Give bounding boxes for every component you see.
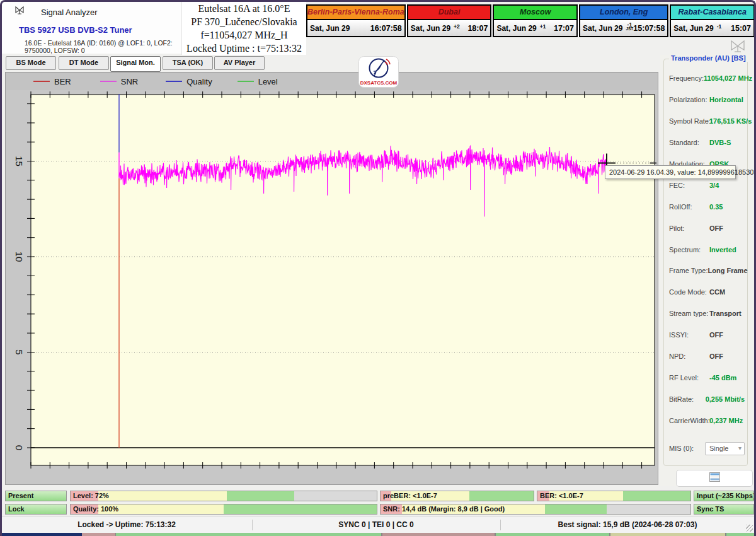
clock-moscow: Moscow Sat, Jun 29 +1 17:07	[493, 4, 578, 37]
clock-date: Sat, Jun 29	[310, 24, 350, 33]
record-stack-icon	[709, 472, 720, 484]
clock-dubai: Dubai Sat, Jun 29 +2 18:07	[407, 4, 492, 37]
clock-utc-offset: +1	[540, 24, 546, 29]
tab-bs-mode[interactable]: BS Mode	[6, 56, 56, 70]
tab-dt-mode[interactable]: DT Mode	[59, 56, 109, 70]
ber-line-swatch	[33, 81, 50, 82]
level-meter: Level: 72%	[70, 491, 377, 501]
row-stream-type: Stream type:Transport	[669, 310, 745, 317]
clock-date: Sat, Jun 29	[496, 24, 536, 33]
transponder-panel-title: Transponder (AU) [BS]	[669, 54, 748, 62]
window-title: Signal Analyzer	[41, 8, 98, 17]
background-window-strip-segment	[116, 533, 381, 536]
svg-text:5: 5	[14, 349, 25, 354]
clock-time: 16:07:58	[370, 24, 402, 33]
preber-meter: preBER: <1.0E-7	[380, 491, 534, 501]
clock-london: London, Eng Sat, Jun 29 -1JST 15:07:58	[579, 4, 668, 37]
background-window-strip	[2, 533, 754, 536]
legend-ber: BER	[33, 77, 71, 86]
clock-city-label: Berlin-Paris-Vienna-Roma	[307, 6, 404, 19]
satellite-dish-icon	[14, 6, 25, 18]
svg-text:15: 15	[14, 156, 25, 166]
status-best-signal: Best signal: 15,9 dB (2024-06-28 07:03)	[558, 520, 697, 529]
chevron-down-icon: ▾	[738, 443, 742, 454]
dxsatcs-logo: DXSATCS.COM	[358, 56, 399, 90]
level-line-swatch	[238, 81, 254, 82]
clock-city-label: Rabat-Casablanca	[671, 6, 753, 19]
legend-snr: SNR	[100, 77, 138, 86]
mode-tabbar: BS Mode DT Mode Signal Mon. TSA (OK) AV …	[2, 55, 658, 72]
clock-date: Sat, Jun 29	[583, 24, 622, 33]
row-spectrum: Spectrum:Inverted	[669, 246, 745, 253]
row-frequency: Frequency:11054,027 MHz	[669, 74, 745, 82]
background-window-strip-segment	[82, 533, 115, 536]
row-frame-type: Frame Type:Long Frame	[669, 267, 745, 274]
tab-av-player[interactable]: AV Player	[214, 56, 265, 70]
row-pilot: Pilot:OFF	[669, 224, 745, 232]
row-rf-level: RF Level:-45 dBm	[669, 374, 745, 382]
tab-signal-mon[interactable]: Signal Mon.	[110, 56, 161, 72]
chart-value-tooltip: 2024-06-29 16.04.39, value: 14,899999618…	[605, 165, 736, 179]
background-window-strip-segment	[726, 533, 754, 536]
ber-meter: BER: <1.0E-7	[537, 491, 691, 501]
signal-chart-panel: BER SNR Quality Level 051015	[5, 72, 658, 485]
clock-city-label: Moscow	[494, 6, 576, 19]
title-bar: Signal Analyzer TBS 5927 USB DVB-S2 Tune…	[2, 2, 181, 54]
row-issyi: ISSYI:OFF	[669, 331, 745, 339]
legend-level: Level	[238, 77, 278, 86]
background-window-strip-segment	[610, 533, 725, 536]
clock-utc-offset: +2	[454, 24, 460, 29]
background-window-strip-segment	[382, 533, 495, 536]
input-indicator: Input (~235 Kbps)	[694, 491, 754, 501]
clock-time: 15:07	[731, 24, 751, 33]
row-mis: MIS (0): Single ▾	[669, 442, 745, 455]
status-uptime: Locked -> Uptime: 75:13:32	[77, 520, 176, 529]
transponder-list-button[interactable]	[676, 470, 753, 487]
clock-rabat: Rabat-Casablanca Sat, Jun 29 -1 15:07	[670, 4, 755, 37]
tab-tsa[interactable]: TSA (OK)	[163, 56, 213, 70]
satellite-dish-watermark-icon	[726, 38, 749, 56]
quality-line-swatch	[166, 81, 182, 82]
clock-time: 15:07:58	[633, 24, 665, 33]
clock-date: Sat, Jun 29	[411, 24, 450, 33]
signal-chart[interactable]: 051015	[6, 90, 658, 484]
row-polarization: Polarization:Horizontal	[669, 96, 745, 103]
legend-quality: Quality	[166, 77, 212, 86]
row-npd: NPD:OFF	[669, 352, 745, 360]
clock-utc-offset: -1	[717, 24, 722, 29]
status-divider	[252, 520, 253, 530]
background-window-strip-segment	[496, 533, 609, 536]
satellite-info-block: Eutelsat 16A at 16.0°E PF 370_Lučenec/Sl…	[181, 2, 306, 55]
sync-ts-indicator: Sync TS	[694, 504, 754, 515]
snr-meter: SNR: 14,4 dB (Margin: 8,9 dB | Good)	[380, 504, 691, 515]
row-carrier-width: CarrierWidth:0,237 MHz	[669, 417, 745, 424]
svg-text:DXSATCS.COM: DXSATCS.COM	[360, 80, 398, 86]
chart-legend: BER SNR Quality Level	[6, 73, 658, 90]
signal-analyzer-window: Signal Analyzer TBS 5927 USB DVB-S2 Tune…	[0, 0, 756, 536]
background-window-strip-segment	[2, 533, 82, 536]
row-code-mode: Code Mode:CCM	[669, 288, 745, 296]
mis-dropdown[interactable]: Single ▾	[705, 442, 745, 455]
satellite-name: Eutelsat 16A at 16.0°E	[182, 2, 306, 15]
status-divider	[500, 520, 501, 530]
present-indicator: Present	[5, 491, 67, 501]
resize-grip[interactable]	[746, 525, 753, 532]
snr-line-swatch	[100, 81, 117, 82]
clock-berlin: Berlin-Paris-Vienna-Roma Sat, Jun 29 16:…	[306, 4, 406, 37]
svg-text:0: 0	[14, 445, 25, 450]
clock-date: Sat, Jun 29	[673, 24, 713, 33]
status-sync-counters: SYNC 0 | TEI 0 | CC 0	[338, 520, 413, 529]
antenna-location: PF 370_Lučenec/Slovakia	[182, 15, 306, 28]
svg-text:10: 10	[14, 252, 25, 262]
clock-time: 17:07	[554, 24, 574, 33]
tuner-name: TBS 5927 USB DVB-S2 Tuner	[19, 25, 132, 35]
row-symbol-rate: Symbol Rate:176,515 KS/s	[669, 117, 745, 125]
locked-uptime-line: Locked Uptime : t=75:13:32	[182, 42, 306, 55]
status-bar: Locked -> Uptime: 75:13:32 SYNC 0 | TEI …	[2, 516, 754, 533]
clock-time: 18:07	[467, 24, 488, 33]
transponder-panel: Transponder (AU) [BS] Frequency:11054,02…	[660, 55, 754, 486]
lock-indicator: Lock	[5, 504, 67, 515]
row-bitrate: BitRate:0,255 Mbit/s	[669, 395, 745, 403]
tuner-detail: 16.0E - Eutelsat 16A (ID: 0160) @ LOF1: …	[25, 39, 181, 54]
row-fec: FEC:3/4	[669, 182, 745, 189]
